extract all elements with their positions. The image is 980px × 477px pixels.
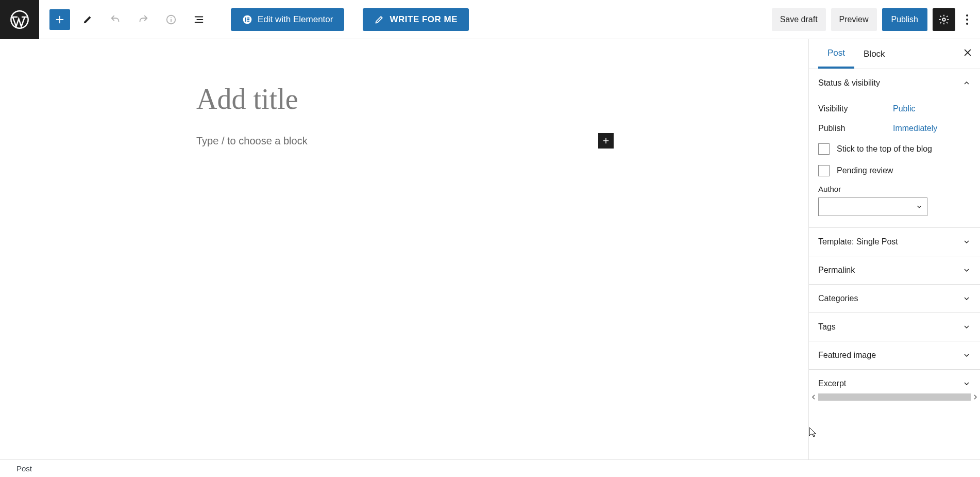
details-button[interactable] bbox=[161, 9, 181, 30]
svg-point-2 bbox=[171, 17, 172, 18]
chevron-down-icon bbox=[962, 294, 971, 303]
panel-header-permalink[interactable]: Permalink bbox=[809, 256, 980, 284]
publish-button[interactable]: Publish bbox=[882, 8, 927, 31]
panel-title: Categories bbox=[818, 294, 858, 303]
save-draft-label: Save draft bbox=[780, 15, 818, 24]
svg-point-10 bbox=[966, 19, 968, 21]
title-placeholder: Add title bbox=[196, 83, 808, 116]
panel-header-tags[interactable]: Tags bbox=[809, 313, 980, 341]
panel-header-featured-image[interactable]: Featured image bbox=[809, 341, 980, 369]
toggle-block-inserter-button[interactable] bbox=[49, 9, 70, 30]
chevron-up-icon bbox=[962, 79, 971, 87]
preview-button[interactable]: Preview bbox=[831, 8, 877, 31]
panel-header-status[interactable]: Status & visibility bbox=[809, 69, 980, 97]
chevron-down-icon bbox=[916, 203, 923, 210]
chevron-down-icon bbox=[962, 238, 971, 246]
panel-header-categories[interactable]: Categories bbox=[809, 285, 980, 312]
panel-tags: Tags bbox=[809, 313, 980, 341]
stick-top-checkbox[interactable] bbox=[818, 143, 830, 155]
more-vertical-icon bbox=[966, 14, 969, 25]
tab-block-label: Block bbox=[864, 49, 885, 59]
pending-review-row: Pending review bbox=[818, 160, 971, 182]
panel-header-excerpt[interactable]: Excerpt bbox=[809, 370, 980, 392]
panel-title: Featured image bbox=[818, 351, 876, 360]
plus-icon bbox=[54, 14, 65, 25]
close-settings-button[interactable] bbox=[962, 47, 973, 58]
add-block-button[interactable] bbox=[598, 133, 614, 149]
editor-canvas: Add title Type / to choose a block bbox=[0, 39, 808, 459]
svg-rect-5 bbox=[247, 17, 249, 18]
tools-button[interactable] bbox=[77, 9, 98, 30]
scroll-left-arrow[interactable] bbox=[809, 394, 818, 400]
save-draft-button[interactable]: Save draft bbox=[772, 8, 826, 31]
toolbar-left-group: Edit with Elementor WRITE FOR ME bbox=[49, 8, 469, 31]
editor-footer: Post bbox=[0, 459, 980, 477]
visibility-value-link[interactable]: Public bbox=[893, 104, 916, 113]
list-view-icon bbox=[193, 14, 205, 25]
chevron-down-icon bbox=[962, 380, 971, 388]
tab-block[interactable]: Block bbox=[854, 39, 894, 69]
panel-title: Status & visibility bbox=[818, 78, 880, 88]
options-button[interactable] bbox=[960, 8, 974, 31]
post-title-input[interactable]: Add title bbox=[196, 83, 808, 116]
svg-rect-6 bbox=[247, 19, 249, 20]
edit-with-elementor-button[interactable]: Edit with Elementor bbox=[231, 8, 344, 31]
write-for-me-label: WRITE FOR ME bbox=[390, 14, 458, 25]
panel-template: Template: Single Post bbox=[809, 228, 980, 256]
panel-header-template[interactable]: Template: Single Post bbox=[809, 228, 980, 256]
stick-top-label: Stick to the top of the blog bbox=[837, 144, 932, 154]
close-icon bbox=[962, 47, 973, 58]
redo-button[interactable] bbox=[133, 9, 154, 30]
pencil-icon bbox=[82, 14, 93, 25]
settings-sidebar: Post Block Status & visibility Visibilit… bbox=[808, 39, 980, 459]
pencil-outline-icon bbox=[374, 14, 384, 25]
redo-icon bbox=[138, 14, 149, 25]
sidebar-horizontal-scrollbar[interactable] bbox=[809, 392, 980, 402]
panel-categories: Categories bbox=[809, 285, 980, 313]
svg-rect-4 bbox=[245, 17, 246, 21]
author-select[interactable] bbox=[818, 198, 927, 216]
write-for-me-button[interactable]: WRITE FOR ME bbox=[363, 8, 469, 31]
stick-top-row: Stick to the top of the blog bbox=[818, 138, 971, 160]
visibility-row: Visibility Public bbox=[818, 99, 971, 119]
chevron-down-icon bbox=[962, 351, 971, 359]
svg-point-9 bbox=[966, 14, 968, 17]
chevron-down-icon bbox=[962, 266, 971, 274]
chevron-down-icon bbox=[962, 323, 971, 331]
publish-label: Publish bbox=[818, 124, 893, 133]
panel-title: Excerpt bbox=[818, 379, 846, 388]
panel-title: Tags bbox=[818, 322, 836, 332]
publish-value-link[interactable]: Immediately bbox=[893, 124, 937, 133]
panel-title: Template: Single Post bbox=[818, 237, 898, 246]
gear-icon bbox=[938, 14, 950, 25]
undo-button[interactable] bbox=[105, 9, 126, 30]
scrollbar-track[interactable] bbox=[818, 393, 971, 401]
breadcrumb[interactable]: Post bbox=[16, 464, 32, 473]
top-toolbar: Edit with Elementor WRITE FOR ME Save dr… bbox=[0, 0, 980, 39]
panel-featured-image: Featured image bbox=[809, 341, 980, 370]
panel-title: Permalink bbox=[818, 266, 855, 275]
plus-icon bbox=[601, 136, 611, 145]
pending-review-checkbox[interactable] bbox=[818, 165, 830, 176]
publish-label: Publish bbox=[891, 15, 918, 24]
svg-point-8 bbox=[942, 18, 945, 21]
panel-excerpt: Excerpt bbox=[809, 370, 980, 392]
info-icon bbox=[165, 14, 177, 25]
visibility-label: Visibility bbox=[818, 104, 893, 113]
content-placeholder[interactable]: Type / to choose a block bbox=[196, 135, 308, 147]
list-view-button[interactable] bbox=[189, 9, 209, 30]
svg-rect-7 bbox=[247, 21, 249, 22]
author-label: Author bbox=[818, 185, 971, 193]
panel-status-visibility: Status & visibility Visibility Public Pu… bbox=[809, 69, 980, 228]
tab-post[interactable]: Post bbox=[818, 39, 854, 69]
svg-point-11 bbox=[966, 23, 968, 25]
toolbar-right-group: Save draft Preview Publish bbox=[772, 8, 974, 31]
settings-button[interactable] bbox=[933, 8, 955, 31]
tab-post-label: Post bbox=[827, 48, 845, 58]
edit-with-elementor-label: Edit with Elementor bbox=[258, 14, 333, 25]
preview-label: Preview bbox=[839, 15, 869, 24]
undo-icon bbox=[110, 14, 121, 25]
scroll-right-arrow[interactable] bbox=[971, 394, 980, 400]
wordpress-logo[interactable] bbox=[0, 0, 39, 39]
sidebar-tabs: Post Block bbox=[809, 39, 980, 69]
